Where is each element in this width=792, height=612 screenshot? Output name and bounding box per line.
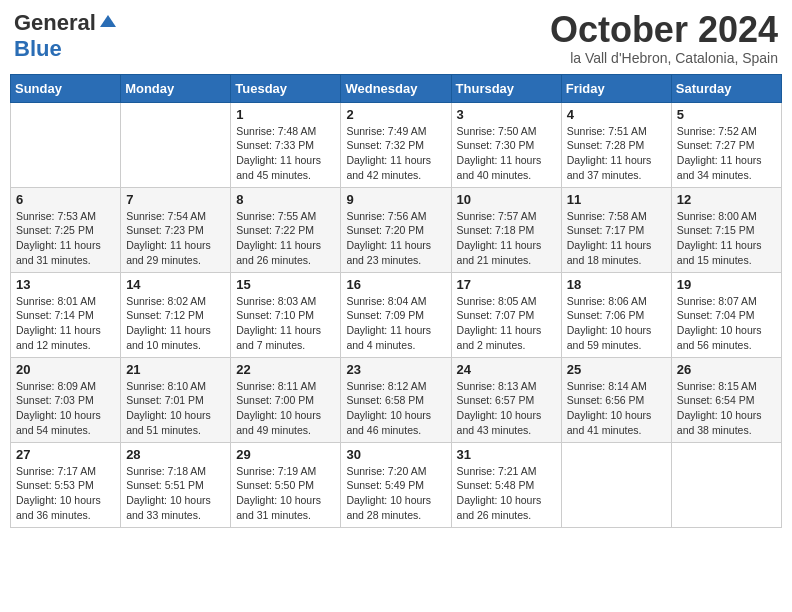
day-info: Sunrise: 8:13 AMSunset: 6:57 PMDaylight:… [457, 379, 556, 438]
calendar-cell [671, 442, 781, 527]
day-info: Sunrise: 8:09 AMSunset: 7:03 PMDaylight:… [16, 379, 115, 438]
calendar-cell: 6Sunrise: 7:53 AMSunset: 7:25 PMDaylight… [11, 187, 121, 272]
day-number: 29 [236, 447, 335, 462]
day-number: 16 [346, 277, 445, 292]
day-info: Sunrise: 8:01 AMSunset: 7:14 PMDaylight:… [16, 294, 115, 353]
day-number: 8 [236, 192, 335, 207]
calendar-cell: 9Sunrise: 7:56 AMSunset: 7:20 PMDaylight… [341, 187, 451, 272]
day-info: Sunrise: 7:19 AMSunset: 5:50 PMDaylight:… [236, 464, 335, 523]
calendar-cell: 2Sunrise: 7:49 AMSunset: 7:32 PMDaylight… [341, 102, 451, 187]
calendar-week-5: 27Sunrise: 7:17 AMSunset: 5:53 PMDayligh… [11, 442, 782, 527]
day-info: Sunrise: 7:20 AMSunset: 5:49 PMDaylight:… [346, 464, 445, 523]
calendar-cell: 18Sunrise: 8:06 AMSunset: 7:06 PMDayligh… [561, 272, 671, 357]
day-number: 13 [16, 277, 115, 292]
col-thursday: Thursday [451, 74, 561, 102]
calendar-cell: 10Sunrise: 7:57 AMSunset: 7:18 PMDayligh… [451, 187, 561, 272]
day-info: Sunrise: 8:05 AMSunset: 7:07 PMDaylight:… [457, 294, 556, 353]
col-wednesday: Wednesday [341, 74, 451, 102]
calendar-week-3: 13Sunrise: 8:01 AMSunset: 7:14 PMDayligh… [11, 272, 782, 357]
calendar-cell: 26Sunrise: 8:15 AMSunset: 6:54 PMDayligh… [671, 357, 781, 442]
calendar-cell: 27Sunrise: 7:17 AMSunset: 5:53 PMDayligh… [11, 442, 121, 527]
calendar-cell: 15Sunrise: 8:03 AMSunset: 7:10 PMDayligh… [231, 272, 341, 357]
day-info: Sunrise: 7:54 AMSunset: 7:23 PMDaylight:… [126, 209, 225, 268]
day-info: Sunrise: 7:55 AMSunset: 7:22 PMDaylight:… [236, 209, 335, 268]
day-info: Sunrise: 8:04 AMSunset: 7:09 PMDaylight:… [346, 294, 445, 353]
calendar-body: 1Sunrise: 7:48 AMSunset: 7:33 PMDaylight… [11, 102, 782, 527]
day-number: 1 [236, 107, 335, 122]
calendar-cell: 19Sunrise: 8:07 AMSunset: 7:04 PMDayligh… [671, 272, 781, 357]
day-number: 24 [457, 362, 556, 377]
col-tuesday: Tuesday [231, 74, 341, 102]
col-sunday: Sunday [11, 74, 121, 102]
day-info: Sunrise: 8:02 AMSunset: 7:12 PMDaylight:… [126, 294, 225, 353]
day-number: 20 [16, 362, 115, 377]
day-number: 31 [457, 447, 556, 462]
day-info: Sunrise: 7:53 AMSunset: 7:25 PMDaylight:… [16, 209, 115, 268]
calendar-cell: 7Sunrise: 7:54 AMSunset: 7:23 PMDaylight… [121, 187, 231, 272]
col-monday: Monday [121, 74, 231, 102]
month-title: October 2024 [550, 10, 778, 50]
calendar-cell: 28Sunrise: 7:18 AMSunset: 5:51 PMDayligh… [121, 442, 231, 527]
title-block: October 2024 la Vall d'Hebron, Catalonia… [550, 10, 778, 66]
day-info: Sunrise: 8:07 AMSunset: 7:04 PMDaylight:… [677, 294, 776, 353]
day-number: 3 [457, 107, 556, 122]
day-number: 30 [346, 447, 445, 462]
day-number: 19 [677, 277, 776, 292]
day-number: 27 [16, 447, 115, 462]
day-number: 25 [567, 362, 666, 377]
col-friday: Friday [561, 74, 671, 102]
calendar-cell [121, 102, 231, 187]
day-info: Sunrise: 8:15 AMSunset: 6:54 PMDaylight:… [677, 379, 776, 438]
day-number: 17 [457, 277, 556, 292]
logo: General Blue [14, 10, 118, 62]
day-info: Sunrise: 7:48 AMSunset: 7:33 PMDaylight:… [236, 124, 335, 183]
day-info: Sunrise: 7:58 AMSunset: 7:17 PMDaylight:… [567, 209, 666, 268]
day-number: 4 [567, 107, 666, 122]
calendar-cell: 29Sunrise: 7:19 AMSunset: 5:50 PMDayligh… [231, 442, 341, 527]
calendar-cell: 21Sunrise: 8:10 AMSunset: 7:01 PMDayligh… [121, 357, 231, 442]
day-info: Sunrise: 7:57 AMSunset: 7:18 PMDaylight:… [457, 209, 556, 268]
day-info: Sunrise: 7:52 AMSunset: 7:27 PMDaylight:… [677, 124, 776, 183]
day-info: Sunrise: 7:21 AMSunset: 5:48 PMDaylight:… [457, 464, 556, 523]
day-info: Sunrise: 7:51 AMSunset: 7:28 PMDaylight:… [567, 124, 666, 183]
day-info: Sunrise: 7:50 AMSunset: 7:30 PMDaylight:… [457, 124, 556, 183]
day-number: 26 [677, 362, 776, 377]
day-number: 5 [677, 107, 776, 122]
calendar-cell: 4Sunrise: 7:51 AMSunset: 7:28 PMDaylight… [561, 102, 671, 187]
calendar-cell: 17Sunrise: 8:05 AMSunset: 7:07 PMDayligh… [451, 272, 561, 357]
calendar-cell: 8Sunrise: 7:55 AMSunset: 7:22 PMDaylight… [231, 187, 341, 272]
calendar-cell [561, 442, 671, 527]
day-info: Sunrise: 8:14 AMSunset: 6:56 PMDaylight:… [567, 379, 666, 438]
calendar-cell: 3Sunrise: 7:50 AMSunset: 7:30 PMDaylight… [451, 102, 561, 187]
calendar-week-4: 20Sunrise: 8:09 AMSunset: 7:03 PMDayligh… [11, 357, 782, 442]
day-info: Sunrise: 7:49 AMSunset: 7:32 PMDaylight:… [346, 124, 445, 183]
day-number: 15 [236, 277, 335, 292]
calendar-cell: 20Sunrise: 8:09 AMSunset: 7:03 PMDayligh… [11, 357, 121, 442]
day-number: 12 [677, 192, 776, 207]
day-number: 6 [16, 192, 115, 207]
page-header: General Blue October 2024 la Vall d'Hebr… [10, 10, 782, 66]
header-row: Sunday Monday Tuesday Wednesday Thursday… [11, 74, 782, 102]
logo-icon [98, 13, 118, 33]
calendar-cell: 5Sunrise: 7:52 AMSunset: 7:27 PMDaylight… [671, 102, 781, 187]
calendar-cell: 22Sunrise: 8:11 AMSunset: 7:00 PMDayligh… [231, 357, 341, 442]
calendar-cell: 23Sunrise: 8:12 AMSunset: 6:58 PMDayligh… [341, 357, 451, 442]
calendar-week-1: 1Sunrise: 7:48 AMSunset: 7:33 PMDaylight… [11, 102, 782, 187]
day-number: 14 [126, 277, 225, 292]
calendar-cell: 31Sunrise: 7:21 AMSunset: 5:48 PMDayligh… [451, 442, 561, 527]
day-number: 2 [346, 107, 445, 122]
calendar-header: Sunday Monday Tuesday Wednesday Thursday… [11, 74, 782, 102]
day-number: 9 [346, 192, 445, 207]
day-number: 22 [236, 362, 335, 377]
logo-blue: Blue [14, 36, 62, 62]
calendar-cell: 24Sunrise: 8:13 AMSunset: 6:57 PMDayligh… [451, 357, 561, 442]
calendar-cell: 11Sunrise: 7:58 AMSunset: 7:17 PMDayligh… [561, 187, 671, 272]
calendar-cell: 25Sunrise: 8:14 AMSunset: 6:56 PMDayligh… [561, 357, 671, 442]
day-info: Sunrise: 8:10 AMSunset: 7:01 PMDaylight:… [126, 379, 225, 438]
day-info: Sunrise: 8:06 AMSunset: 7:06 PMDaylight:… [567, 294, 666, 353]
day-info: Sunrise: 7:56 AMSunset: 7:20 PMDaylight:… [346, 209, 445, 268]
calendar-cell: 16Sunrise: 8:04 AMSunset: 7:09 PMDayligh… [341, 272, 451, 357]
day-info: Sunrise: 8:00 AMSunset: 7:15 PMDaylight:… [677, 209, 776, 268]
day-info: Sunrise: 8:12 AMSunset: 6:58 PMDaylight:… [346, 379, 445, 438]
calendar-cell: 30Sunrise: 7:20 AMSunset: 5:49 PMDayligh… [341, 442, 451, 527]
